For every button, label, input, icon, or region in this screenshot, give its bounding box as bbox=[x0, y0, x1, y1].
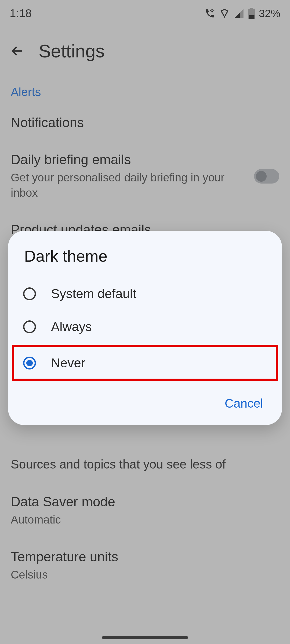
dark-theme-dialog: Dark theme System default Always Never C… bbox=[8, 231, 282, 425]
dialog-title: Dark theme bbox=[8, 247, 282, 277]
option-always[interactable]: Always bbox=[8, 310, 282, 343]
option-never[interactable]: Never bbox=[13, 346, 277, 379]
dialog-actions: Cancel bbox=[8, 383, 282, 413]
option-label: Never bbox=[51, 356, 85, 370]
cancel-button[interactable]: Cancel bbox=[225, 396, 263, 411]
radio-icon bbox=[23, 287, 36, 300]
option-label: Always bbox=[51, 319, 92, 334]
radio-icon bbox=[23, 357, 36, 369]
radio-icon bbox=[23, 320, 36, 333]
option-label: System default bbox=[51, 286, 136, 301]
option-system-default[interactable]: System default bbox=[8, 277, 282, 310]
